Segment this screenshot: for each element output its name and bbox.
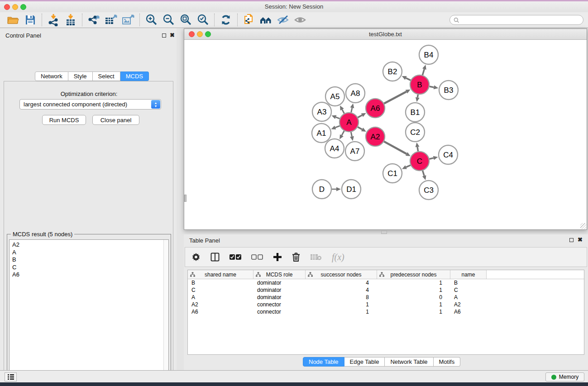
edge-B-B4[interactable] bbox=[422, 69, 424, 75]
result-scrollbar[interactable] bbox=[163, 240, 168, 386]
refresh-button[interactable] bbox=[217, 13, 234, 27]
column-header-MCDS-role[interactable]: MCDS role bbox=[253, 270, 306, 279]
export-table-button[interactable] bbox=[102, 13, 120, 27]
node-table[interactable]: shared nameMCDS rolesuccessor nodesprede… bbox=[187, 270, 584, 355]
edge-A-A3[interactable] bbox=[336, 117, 340, 119]
tab-network-table[interactable]: Network Table bbox=[385, 357, 433, 367]
float-panel-icon[interactable] bbox=[162, 33, 166, 38]
node-table-body: Bdominator41BCdominator41CAdominator80AA… bbox=[188, 279, 584, 315]
open-file-button[interactable] bbox=[5, 13, 22, 27]
tab-motifs[interactable]: Motifs bbox=[434, 357, 461, 367]
edge-A-A2[interactable] bbox=[358, 127, 362, 129]
save-session-button[interactable] bbox=[22, 13, 39, 27]
edge-B-B3[interactable] bbox=[430, 86, 434, 87]
edge-A-A5[interactable] bbox=[342, 110, 344, 114]
edge-A-A4[interactable] bbox=[342, 131, 344, 135]
deselect-all-button[interactable] bbox=[251, 254, 263, 260]
result-item[interactable]: A bbox=[10, 249, 168, 257]
import-table-button[interactable] bbox=[62, 13, 79, 27]
table-row[interactable]: A2connector11A2 bbox=[188, 301, 584, 308]
memory-status-icon bbox=[551, 375, 556, 380]
column-header-name[interactable]: name bbox=[450, 270, 487, 279]
table-row[interactable]: A6connector11A6 bbox=[188, 308, 584, 315]
maximize-traffic-light[interactable] bbox=[20, 4, 26, 10]
tab-edge-table[interactable]: Edge Table bbox=[344, 357, 385, 367]
edge-C-C1[interactable] bbox=[406, 165, 411, 167]
run-mcds-button[interactable]: Run MCDS bbox=[42, 115, 86, 125]
network-window-titlebar[interactable]: testGlobe.txt bbox=[184, 29, 587, 40]
edge-A-A1[interactable] bbox=[335, 126, 340, 128]
minimize-traffic-light[interactable] bbox=[12, 4, 18, 10]
column-header-predecessor-nodes[interactable]: predecessor nodes bbox=[377, 270, 450, 279]
tab-select[interactable]: Select bbox=[93, 71, 120, 81]
edge-B-B2[interactable] bbox=[406, 78, 411, 80]
import-network-button[interactable] bbox=[45, 13, 62, 27]
close-traffic-light[interactable] bbox=[189, 31, 195, 37]
zoom-fit-button[interactable] bbox=[177, 13, 194, 27]
duplicate-network-button[interactable] bbox=[240, 13, 258, 27]
table-row[interactable]: Bdominator41B bbox=[188, 279, 584, 286]
split-columns-button[interactable] bbox=[210, 253, 220, 262]
close-panel-icon[interactable]: ✖ bbox=[578, 236, 583, 243]
maximize-traffic-light[interactable] bbox=[205, 31, 211, 37]
edge-B-B1[interactable] bbox=[417, 95, 418, 98]
network-canvas[interactable]: B4B2BB3A8A5A6A3B1AC2A1A2A4A7C4CC1C3DD1 bbox=[184, 40, 587, 229]
control-panel-header: Control Panel ✖ bbox=[0, 32, 177, 40]
task-history-button[interactable] bbox=[5, 372, 17, 381]
result-item[interactable]: A6 bbox=[10, 271, 168, 279]
edge-A-A7[interactable] bbox=[351, 132, 352, 137]
zoom-in-button[interactable] bbox=[143, 13, 160, 27]
column-header-filler bbox=[487, 270, 584, 279]
result-item[interactable]: C bbox=[10, 264, 168, 272]
memory-button[interactable]: Memory bbox=[545, 372, 584, 381]
attribute-tree-icon bbox=[256, 272, 261, 277]
select-all-button[interactable] bbox=[229, 254, 241, 260]
column-header-shared-name[interactable]: shared name bbox=[188, 270, 253, 279]
control-panel: Control Panel ✖ NetworkStyleSelectMCDS O… bbox=[0, 28, 177, 370]
export-network-button[interactable] bbox=[85, 13, 102, 27]
edge-A-A8[interactable] bbox=[351, 108, 352, 112]
attribute-tree-icon bbox=[379, 272, 384, 277]
tab-mcds[interactable]: MCDS bbox=[120, 71, 149, 81]
export-table-icon bbox=[105, 14, 117, 26]
mcds-result-list[interactable]: A2ABCA6 bbox=[9, 239, 169, 386]
close-panel-button[interactable]: Close panel bbox=[92, 115, 139, 125]
close-traffic-light[interactable] bbox=[4, 4, 10, 10]
column-header-successor-nodes[interactable]: successor nodes bbox=[306, 270, 377, 279]
show-details-button[interactable] bbox=[292, 13, 309, 27]
tab-style[interactable]: Style bbox=[68, 71, 93, 81]
zoom-out-button[interactable] bbox=[160, 13, 177, 27]
close-panel-icon[interactable]: ✖ bbox=[170, 32, 175, 38]
minimize-traffic-light[interactable] bbox=[197, 31, 203, 37]
hide-details-button[interactable] bbox=[275, 13, 292, 27]
search-box[interactable] bbox=[449, 15, 583, 25]
table-row[interactable]: Adominator80A bbox=[188, 294, 584, 301]
tab-network[interactable]: Network bbox=[35, 71, 68, 81]
edge-A2-C[interactable] bbox=[384, 142, 406, 154]
criterion-dropdown[interactable]: largest connected component (directed) ▲… bbox=[19, 99, 161, 110]
export-image-button[interactable] bbox=[120, 13, 137, 27]
edge-C-C4[interactable] bbox=[429, 158, 433, 159]
split-columns-icon bbox=[210, 253, 220, 262]
gear-button[interactable] bbox=[191, 253, 201, 262]
delete-table-button[interactable] bbox=[310, 253, 322, 261]
window-resize-grip[interactable] bbox=[580, 223, 586, 229]
zoom-selected-button[interactable] bbox=[194, 13, 211, 27]
canvas-side-handle[interactable] bbox=[184, 195, 186, 202]
edge-C-C2[interactable] bbox=[417, 147, 418, 152]
result-item[interactable]: B bbox=[10, 256, 168, 264]
search-input[interactable] bbox=[459, 17, 579, 23]
float-panel-icon[interactable] bbox=[569, 238, 574, 242]
edge-C-C3[interactable] bbox=[423, 171, 425, 176]
result-item[interactable]: A2 bbox=[10, 241, 168, 249]
add-column-button[interactable] bbox=[273, 253, 282, 262]
edge-A6-B[interactable] bbox=[384, 91, 406, 103]
edge-A-A6[interactable] bbox=[358, 115, 362, 118]
panel-splitter-handle[interactable] bbox=[381, 231, 387, 234]
first-neighbors-button[interactable] bbox=[258, 13, 275, 27]
function-builder-button[interactable]: f(x) bbox=[332, 252, 344, 262]
control-panel-title: Control Panel bbox=[5, 32, 41, 39]
tab-node-table[interactable]: Node Table bbox=[303, 357, 344, 367]
delete-button[interactable] bbox=[292, 253, 300, 262]
table-row[interactable]: Cdominator41C bbox=[188, 286, 584, 294]
